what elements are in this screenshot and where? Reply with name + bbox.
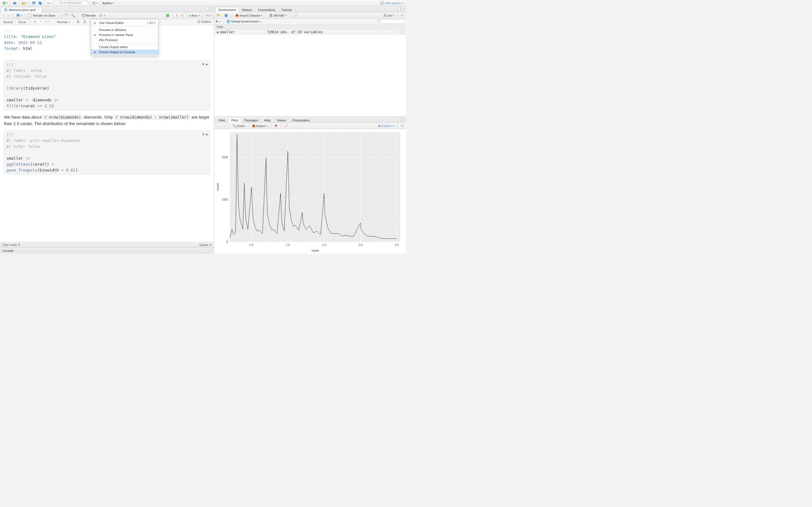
run-above-button[interactable]: ▼ [202, 132, 204, 137]
menu-no-preview[interactable]: (No Preview) [91, 38, 158, 43]
close-tab-button[interactable]: × [38, 8, 39, 11]
svg-text:1.0: 1.0 [286, 243, 290, 246]
scope-select[interactable]: 🌐 Global Environment ▾ [226, 20, 261, 23]
tab-viewer[interactable]: Viewer [274, 117, 289, 123]
render-on-save-toggle[interactable]: Render on Save [27, 13, 57, 18]
import-dataset-button[interactable]: 📥 Import Dataset ▾ [234, 13, 263, 17]
console-tab[interactable]: Console [2, 249, 13, 252]
run-chunk-button[interactable]: ▶ [206, 62, 208, 67]
clear-plots-button[interactable]: 🧹 [283, 124, 289, 128]
italic-button[interactable]: I [39, 20, 43, 24]
numbered-list-button[interactable]: ☲ [82, 20, 88, 24]
back-button[interactable]: ⇦ [1, 13, 6, 18]
save-button[interactable] [31, 0, 37, 6]
next-plot-button[interactable]: ⇨ [221, 124, 226, 128]
prose-paragraph: We have data about r nrow(diamonds) diam… [4, 114, 210, 127]
remove-plot-button[interactable]: ✖ [273, 124, 278, 128]
maximize-pane-button[interactable]: ▭ [209, 7, 213, 10]
tab-plots[interactable]: Plots [228, 117, 241, 123]
forward-button[interactable]: ⇨ [6, 13, 11, 18]
svg-text:+C: +C [166, 14, 169, 17]
env-toolbar: 📂 📥 Import Dataset ▾ 🗄 248 MiB ▾ 🧹 ☰ Lis… [214, 12, 406, 18]
tab-help[interactable]: Help [261, 117, 274, 123]
env-row[interactable]: ◉ smaller 53814 obs. of 10 variables [214, 29, 406, 35]
print-button[interactable] [46, 0, 52, 6]
file-tab[interactable]: diamond-sizes.qmd × [1, 7, 42, 12]
new-project-button[interactable] [11, 0, 18, 6]
style-select[interactable]: Normal ▾ [56, 20, 71, 24]
addins-menu[interactable]: Addins▾ [101, 0, 115, 6]
save-workspace-button[interactable] [223, 13, 229, 17]
run-chunk-button[interactable]: ▶ [206, 132, 208, 137]
menu-chunk-console[interactable]: Chunk Output in Console [91, 50, 158, 55]
editor-body[interactable]: --- title: "Diamond sizes" date: 2022-09… [0, 25, 214, 242]
env-object-name: smaller [220, 30, 268, 34]
tab-files[interactable]: Files [215, 117, 228, 123]
spellcheck-button[interactable]: ✓ABC [60, 13, 70, 18]
tab-connections[interactable]: Connections [255, 7, 278, 12]
open-file-button[interactable]: ▾ [20, 0, 28, 6]
source-tab-bar: diamond-sizes.qmd × — ▭ [0, 6, 214, 12]
tab-history[interactable]: History [239, 7, 255, 12]
code-chunk-setup: ▼ ▶ {r} #| label: setup #| include: fals… [4, 60, 210, 110]
refresh-plot-button[interactable]: ⟳ [400, 124, 405, 128]
save-doc-button[interactable]: ▾ [15, 13, 23, 18]
menu-preview-window[interactable]: Preview in Window [91, 27, 158, 33]
view-mode-select[interactable]: ☰ List ▾ [382, 13, 395, 17]
tab-packages[interactable]: Packages [241, 117, 261, 123]
render-button[interactable]: Render [80, 13, 97, 18]
tab-tutorial[interactable]: Tutorial [278, 7, 295, 12]
menu-preview-viewer[interactable]: Preview in Viewer Pane [91, 33, 158, 38]
go-next-chunk-button[interactable]: ⬇ [180, 13, 185, 18]
insert-chunk-button[interactable]: +C [165, 13, 171, 18]
load-workspace-button[interactable]: 📂 [216, 13, 222, 17]
zoom-button[interactable]: 🔍 Zoom [231, 124, 246, 128]
prev-plot-button[interactable]: ⇦ [216, 124, 220, 128]
tab-presentation[interactable]: Presentation [289, 117, 313, 123]
maximize-env-button[interactable]: ▭ [402, 7, 405, 10]
minimize-env-button[interactable]: — [398, 7, 401, 10]
clear-workspace-button[interactable]: 🧹 [293, 13, 299, 17]
run-menu[interactable]: ▸Run▾ [188, 13, 201, 18]
menu-chunk-inline[interactable]: Chunk Output Inline [91, 45, 158, 50]
menu-use-visual-editor[interactable]: Use Visual Editor⇧⌘F4 [91, 20, 158, 25]
bold-button[interactable]: B [33, 20, 38, 24]
grid-button[interactable]: ▾ [91, 0, 99, 6]
maximize-plots-button[interactable]: ▭ [402, 117, 405, 121]
file-type-selector[interactable]: Quarto ⇕ [199, 243, 212, 246]
env-object-desc: 53814 obs. of 10 variables [268, 30, 400, 34]
source-mode-button[interactable]: Source [2, 20, 14, 24]
refresh-env-button[interactable]: ⟳ [400, 13, 405, 17]
expand-icon[interactable]: ◉ [216, 30, 219, 34]
main-toolbar: ▾ ▾ ↗Go to file/function ▾ Addins▾ Rr4ds… [0, 0, 406, 6]
minimize-pane-button[interactable]: — [206, 7, 209, 10]
bullet-list-button[interactable]: ☰ [75, 20, 81, 24]
maximize-console-button[interactable]: ▭ [208, 249, 212, 252]
tab-environment[interactable]: Environment [215, 7, 239, 12]
run-above-button[interactable]: ▼ [202, 62, 204, 67]
publish-plot-button[interactable]: ◉ Publish ▾ [377, 124, 395, 128]
view-data-button[interactable] [400, 31, 404, 34]
minimize-console-button[interactable]: — [204, 249, 208, 252]
memory-indicator[interactable]: 🗄 248 MiB ▾ [268, 14, 288, 17]
export-button[interactable]: 📤 Export ▾ [251, 124, 269, 128]
minimize-plots-button[interactable]: — [398, 117, 401, 121]
new-file-button[interactable]: ▾ [1, 0, 9, 6]
svg-rect-8 [48, 2, 50, 3]
goto-file-input[interactable]: ↗Go to file/function [54, 1, 88, 5]
outline-button[interactable]: ☰ Outline [196, 20, 212, 24]
find-button[interactable]: 🔍 [70, 13, 77, 18]
svg-rect-18 [17, 16, 19, 17]
project-selector[interactable]: Rr4ds-quarto▾ [378, 1, 405, 5]
scope-selector[interactable]: (Top Level) ⇕ [2, 243, 20, 246]
render-options-button[interactable]: ▾ [98, 13, 106, 18]
code-button[interactable]: </> [44, 20, 52, 23]
save-all-button[interactable] [37, 0, 43, 6]
go-prev-chunk-button[interactable]: ⬆ [174, 13, 179, 18]
env-search-input[interactable] [376, 19, 405, 24]
language-select[interactable]: R ▾ [216, 20, 220, 23]
visual-mode-button[interactable]: Visual [15, 20, 29, 24]
render-options-popup: Use Visual Editor⇧⌘F4 Preview in Window … [91, 19, 158, 56]
publish-options-button[interactable]: ▾ [204, 13, 213, 18]
file-tab-label: diamond-sizes.qmd [9, 8, 36, 11]
